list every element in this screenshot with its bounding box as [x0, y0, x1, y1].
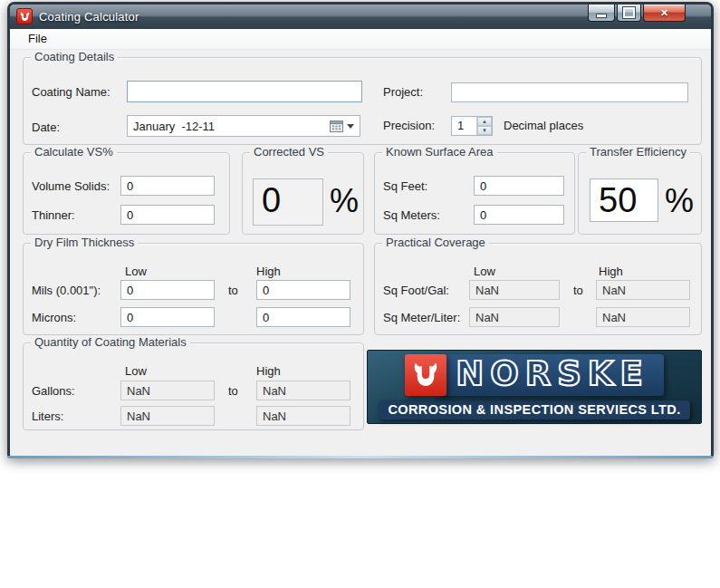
- norske-wordmark: NORSKE: [456, 354, 649, 393]
- qm-low-header: Low: [125, 364, 147, 378]
- sq-foot-gal-label: Sq Foot/Gal:: [383, 284, 449, 297]
- app-window: Coating Calculator ✕ File Coating Detail…: [7, 2, 714, 458]
- transfer-efficiency-unit: %: [665, 182, 694, 220]
- minimize-button[interactable]: [588, 5, 615, 22]
- qm-high-header: High: [256, 364, 281, 378]
- liters-high-field: [256, 406, 350, 426]
- window-title: Coating Calculator: [39, 10, 139, 24]
- transfer-efficiency-input[interactable]: 50: [590, 178, 658, 222]
- volume-solids-input[interactable]: [120, 176, 215, 196]
- date-picker[interactable]: January -12-11: [127, 115, 360, 137]
- qm-to-label: to: [228, 384, 238, 398]
- microns-low-input[interactable]: [120, 307, 215, 327]
- pc-low-header: Low: [474, 265, 495, 278]
- sq-meter-liter-high-field: [596, 307, 690, 327]
- spinner-buttons: ▲ ▼: [476, 117, 492, 135]
- group-legend: Dry Film Thickness: [31, 236, 138, 249]
- group-legend: Calculate VS%: [31, 145, 117, 159]
- corrected-vs-unit: %: [330, 182, 359, 220]
- thinner-label: Thinner:: [32, 208, 75, 222]
- title-bar[interactable]: Coating Calculator ✕: [10, 5, 711, 29]
- sq-meter-liter-label: Sq Meter/Liter:: [383, 311, 460, 324]
- logo-subtitle: CORROSION & INSPECTION SERVIECS LTD.: [379, 400, 689, 419]
- coating-name-input[interactable]: [127, 81, 362, 102]
- close-button[interactable]: ✕: [643, 5, 686, 22]
- dft-low-header: Low: [125, 265, 147, 278]
- liters-low-field: [120, 406, 215, 426]
- mils-high-input[interactable]: [256, 280, 350, 300]
- sq-feet-label: Sq Feet:: [383, 179, 427, 193]
- client-area: Coating Details Coating Name: Project: D…: [10, 50, 711, 456]
- microns-label: Microns:: [32, 311, 76, 324]
- minimize-icon: [596, 14, 607, 18]
- date-label: Date:: [32, 120, 60, 134]
- close-icon: ✕: [660, 5, 668, 21]
- precision-label: Precision:: [383, 119, 435, 132]
- precision-spinner[interactable]: 1 ▲ ▼: [451, 116, 493, 136]
- pc-to-label: to: [573, 284, 583, 297]
- coating-name-label: Coating Name:: [32, 85, 110, 99]
- window-reflection: Coating Calculator ✕ File Coating Detail…: [0, 458, 720, 588]
- menu-file[interactable]: File: [20, 29, 55, 48]
- logo-row: NORSKE: [405, 354, 664, 396]
- sq-meters-input[interactable]: [474, 205, 564, 225]
- dft-to-label: to: [228, 284, 238, 297]
- norske-wordmark-box: NORSKE: [437, 354, 664, 396]
- group-legend: Known Surface Area: [382, 145, 497, 159]
- calendar-icon: [330, 120, 343, 132]
- mils-label: Mils (0.001"):: [32, 284, 101, 297]
- group-legend: Coating Details: [31, 50, 118, 63]
- project-input[interactable]: [451, 82, 688, 102]
- group-legend: Practical Coverage: [382, 236, 489, 249]
- norske-mark-icon: [19, 11, 31, 23]
- project-label: Project:: [383, 85, 423, 99]
- sq-meter-liter-low-field: [469, 307, 560, 327]
- sq-foot-gal-low-field: [469, 280, 560, 300]
- maximize-button[interactable]: [617, 5, 641, 22]
- gallons-low-field: [120, 381, 215, 400]
- group-legend: Corrected VS: [250, 145, 328, 159]
- sq-meters-label: Sq Meters:: [383, 208, 440, 222]
- norske-mark-icon: [405, 354, 446, 396]
- spin-up-icon[interactable]: ▲: [477, 117, 492, 126]
- menu-bar: File: [10, 29, 711, 50]
- gallons-label: Gallons:: [32, 384, 75, 398]
- spin-down-icon[interactable]: ▼: [477, 126, 492, 135]
- pc-high-header: High: [599, 265, 623, 278]
- date-value: January -12-11: [133, 120, 330, 133]
- app-logo-icon: [16, 8, 33, 24]
- group-legend: Quantity of Coating Materials: [31, 335, 190, 349]
- dropdown-arrow-icon[interactable]: [347, 124, 354, 129]
- sq-feet-input[interactable]: [474, 176, 564, 196]
- mils-low-input[interactable]: [120, 280, 215, 300]
- gallons-high-field: [256, 381, 350, 400]
- microns-high-input[interactable]: [256, 307, 350, 327]
- maximize-icon: [623, 7, 635, 18]
- thinner-input[interactable]: [120, 205, 215, 225]
- precision-value[interactable]: 1: [452, 117, 476, 135]
- group-legend: Transfer Efficiency: [586, 145, 690, 159]
- decimal-places-label: Decimal places: [504, 119, 583, 132]
- sq-foot-gal-high-field: [596, 280, 690, 300]
- norske-logo-panel: NORSKE CORROSION & INSPECTION SERVIECS L…: [367, 350, 702, 424]
- stage: Coating Calculator ✕ File Coating Detail…: [0, 0, 720, 588]
- volume-solids-label: Volume Solids:: [32, 179, 110, 193]
- liters-label: Liters:: [32, 410, 63, 423]
- corrected-vs-display: 0: [253, 178, 323, 226]
- dft-high-header: High: [256, 265, 281, 278]
